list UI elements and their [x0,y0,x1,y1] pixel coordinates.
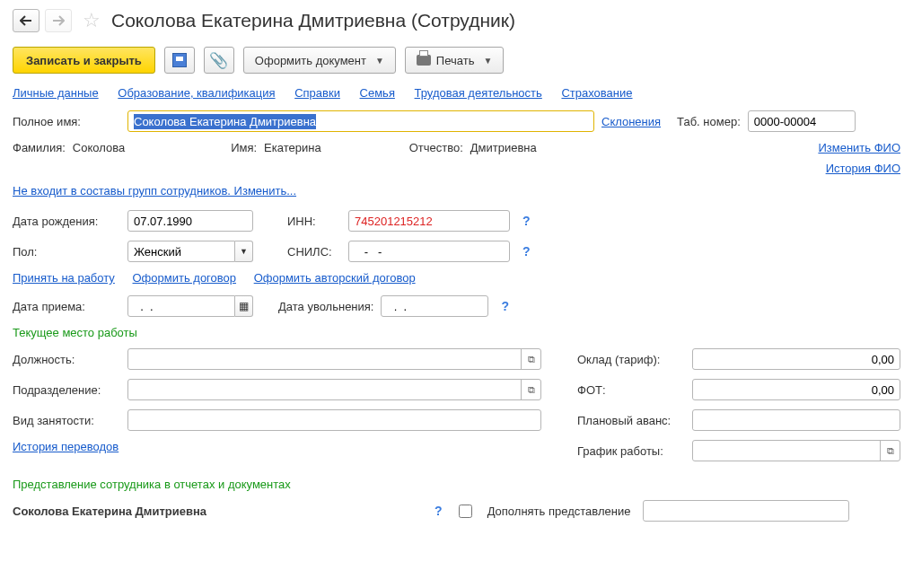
inn-help-icon[interactable]: ? [522,214,531,228]
representation-help-icon[interactable]: ? [435,504,443,518]
position-open-button[interactable]: ⧉ [521,348,540,370]
arrow-right-icon [52,15,65,26]
tab-references[interactable]: Справки [294,86,340,100]
author-contract-link[interactable]: Оформить авторский договор [254,271,416,285]
fire-date-input[interactable] [381,295,488,317]
sex-select[interactable] [127,241,235,262]
fot-label: ФОТ: [577,383,685,397]
arrow-left-icon [20,15,32,26]
position-label: Должность: [13,353,120,366]
fullname-field-wrap: Соколова Екатерина Дмитриевна [127,110,594,132]
chevron-down-icon: ▼ [375,56,384,66]
fire-date-label: Дата увольнения: [278,300,373,313]
save-button[interactable] [164,47,195,74]
snils-help-icon[interactable]: ? [522,244,531,259]
groups-link[interactable]: Не входит в составы групп сотрудников. И… [13,184,296,197]
schedule-open-button[interactable]: ⧉ [880,440,900,461]
tabno-label: Таб. номер: [677,115,741,128]
department-open-button[interactable]: ⧉ [521,379,540,400]
chevron-down-icon: ▼ [483,56,492,66]
page-title: Соколова Екатерина Дмитриевна (Сотрудник… [111,10,515,31]
representation-heading: Представление сотрудника в отчетах и док… [13,478,900,491]
printer-icon [417,55,431,66]
birthdate-label: Дата рождения: [13,215,120,228]
paperclip-icon: 📎 [209,51,228,70]
fullname-input[interactable]: Соколова Екатерина Дмитриевна [128,113,593,130]
floppy-icon [172,53,187,67]
salary-input[interactable] [692,348,900,370]
tab-personal[interactable]: Личные данные [13,86,99,100]
tab-work[interactable]: Трудовая деятельность [415,86,542,100]
add-representation-label: Дополнять представление [487,505,631,518]
department-label: Подразделение: [13,383,120,397]
create-document-menu[interactable]: Оформить документ▼ [243,47,396,74]
tabs-bar: Личные данные Образование, квалификация … [13,86,900,100]
change-fio-link[interactable]: Изменить ФИО [818,141,900,154]
hire-date-picker-button[interactable]: ▦ [235,295,253,317]
surname-value: Соколова [73,141,125,154]
tabno-input[interactable] [748,110,856,132]
representation-suffix-input[interactable] [643,500,849,522]
snils-input[interactable] [348,241,510,262]
nav-forward-button [45,9,72,32]
add-representation-checkbox[interactable] [459,505,472,518]
fot-input[interactable] [692,379,900,400]
patronymic-value: Дмитриевна [470,141,537,154]
contract-link[interactable]: Оформить договор [133,271,237,285]
emptype-label: Вид занятости: [13,414,120,427]
calendar-icon: ▦ [239,300,249,312]
position-input[interactable]: ⧉ [127,348,541,370]
fullname-label: Полное имя: [13,115,120,128]
hire-link[interactable]: Принять на работу [13,271,115,285]
schedule-label: График работы: [577,444,685,458]
patronymic-label: Отчество: [409,141,463,154]
tab-insurance[interactable]: Страхование [561,86,632,100]
history-fio-link[interactable]: История ФИО [826,162,900,175]
chevron-down-icon: ▼ [240,247,248,256]
advance-label: Плановый аванс: [577,414,685,427]
salary-label: Оклад (тариф): [577,353,685,366]
inn-label: ИНН: [287,215,341,228]
favorite-star-icon[interactable]: ☆ [83,9,101,32]
birthdate-input[interactable] [127,210,253,232]
sex-label: Пол: [13,245,120,259]
transfers-history-link[interactable]: История переводов [13,440,119,453]
tab-family[interactable]: Семья [360,86,395,100]
current-workplace-heading: Текущее место работы [13,326,900,339]
attach-button[interactable]: 📎 [204,47,234,74]
inn-input[interactable] [348,210,510,232]
department-input[interactable]: ⧉ [127,379,541,400]
fire-date-help-icon[interactable]: ? [501,299,509,313]
name-label: Имя: [231,141,257,154]
snils-label: СНИЛС: [287,245,341,259]
print-menu[interactable]: Печать▼ [405,47,505,74]
name-value: Екатерина [264,141,321,154]
representation-name: Соколова Екатерина Дмитриевна [13,505,206,518]
emptype-input[interactable] [127,409,541,431]
declensions-link[interactable]: Склонения [601,115,661,128]
hire-date-input[interactable] [127,295,235,317]
sex-dropdown-button[interactable]: ▼ [235,241,253,262]
tab-education[interactable]: Образование, квалификация [118,86,275,100]
surname-label: Фамилия: [13,141,66,154]
advance-input[interactable] [692,409,900,431]
hire-date-label: Дата приема: [13,300,120,313]
schedule-input[interactable]: ⧉ [692,440,900,461]
nav-back-button[interactable] [13,9,40,32]
save-and-close-button[interactable]: Записать и закрыть [13,47,155,74]
